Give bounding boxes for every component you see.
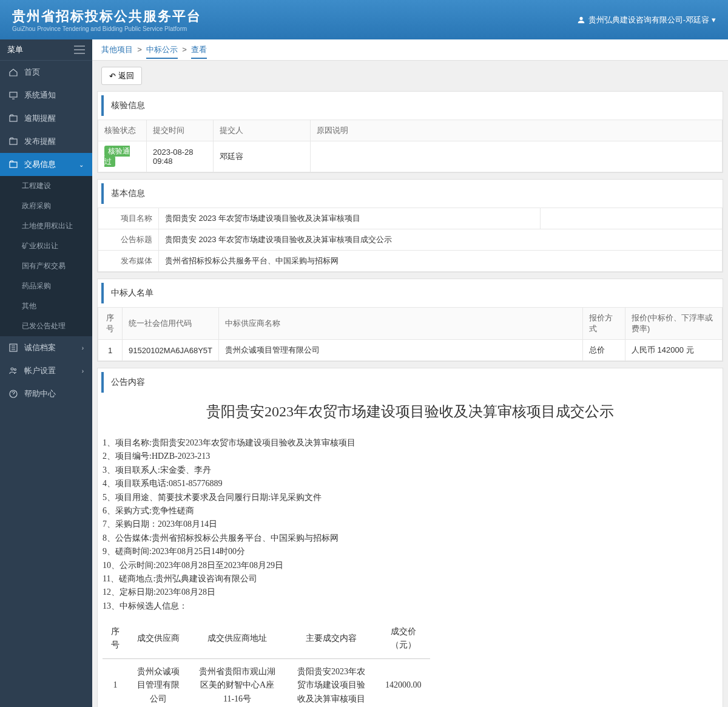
- svg-point-5: [11, 368, 13, 370]
- table-row: 1 91520102MA6JA68Y5T 贵州众诚项目管理有限公司 总价 人民币…: [98, 340, 723, 361]
- sub-mining[interactable]: 矿业权出让: [0, 236, 92, 256]
- breadcrumb: 其他项目 > 中标公示 > 查看: [92, 39, 728, 61]
- folder-icon: [8, 113, 18, 123]
- crumb-bid-notice[interactable]: 中标公示: [146, 45, 178, 59]
- svg-rect-2: [10, 139, 17, 144]
- list-icon: [8, 343, 18, 353]
- caret-down-icon: ▾: [712, 15, 716, 24]
- chevron-down-icon: ⌄: [79, 161, 84, 168]
- monitor-icon: [8, 90, 18, 100]
- nav-account[interactable]: 帐户设置 ›: [0, 359, 92, 382]
- crumb-other[interactable]: 其他项目: [101, 45, 133, 54]
- app-header: 贵州省招标投标公共服务平台 GuiZhou Province Tendering…: [0, 0, 728, 39]
- verify-title: 核验信息: [101, 95, 723, 116]
- sub-drug[interactable]: 药品采购: [0, 276, 92, 296]
- announce-section-title: 公告内容: [101, 372, 723, 393]
- svg-rect-0: [10, 92, 17, 97]
- sub-construction[interactable]: 工程建设: [0, 176, 92, 196]
- table-row: 核验通过 2023-08-28 09:48 邓廷容: [98, 141, 723, 172]
- user-name: 贵州弘典建设咨询有限公司-邓廷容: [588, 15, 709, 25]
- sidebar: 菜单 首页 系统通知 逾期提醒 发布提醒 交易信息 ⌄ 工程建设 政府采购 土地…: [0, 39, 92, 707]
- undo-icon: ↶: [109, 72, 116, 81]
- status-badge: 核验通过: [104, 146, 130, 167]
- nav-notice[interactable]: 系统通知: [0, 84, 92, 107]
- chevron-right-icon: ›: [82, 345, 84, 351]
- verify-table: 核验状态 提交时间 提交人 原因说明 核验通过 2023-08-28 09:48…: [98, 120, 723, 172]
- main-content: 其他项目 > 中标公示 > 查看 ↶ 返回 核验信息 核验状态 提交时间 提交人…: [92, 39, 728, 707]
- announce-body: 1、项目名称:贵阳贵安2023年农贸市场建设项目验收及决算审核项目 2、项目编号…: [98, 430, 723, 707]
- table-row: 1 贵州众诚项目管理有限公司 贵州省贵阳市观山湖区美的财智中心A座11-16号 …: [103, 658, 430, 707]
- folder-icon: [8, 137, 18, 146]
- menu-toggle-icon[interactable]: [74, 46, 85, 54]
- crumb-view[interactable]: 查看: [191, 45, 207, 59]
- sub-published[interactable]: 已发公告处理: [0, 316, 92, 336]
- sub-state-asset[interactable]: 国有产权交易: [0, 256, 92, 276]
- winners-panel: 中标人名单 序号 统一社会信用代码 中标供应商名称 报价方式 报价(中标价、下浮…: [97, 279, 723, 362]
- winners-table: 序号 统一社会信用代码 中标供应商名称 报价方式 报价(中标价、下浮率或费率) …: [98, 307, 723, 361]
- svg-point-6: [15, 369, 16, 371]
- deal-table: 序号 成交供应商 成交供应商地址 主要成交内容 成交价（元） 1 贵州众诚项目管…: [103, 619, 430, 707]
- help-icon: [8, 389, 18, 399]
- basic-title: 基本信息: [101, 183, 723, 204]
- users-icon: [8, 366, 18, 376]
- chevron-right-icon: ›: [82, 368, 84, 374]
- app-subtitle: GuiZhou Province Tendering and Bidding P…: [12, 25, 201, 32]
- folder-icon: [8, 160, 18, 169]
- sub-gov-procure[interactable]: 政府采购: [0, 196, 92, 216]
- nav-trade[interactable]: 交易信息 ⌄: [0, 153, 92, 176]
- announce-panel: 公告内容 贵阳贵安2023年农贸市场建设项目验收及决算审核项目成交公示 1、项目…: [97, 368, 723, 707]
- basic-table: 项目名称 贵阳贵安 2023 年农贸市场建设项目验收及决算审核项目 公告标题 贵…: [98, 208, 723, 272]
- svg-rect-3: [10, 162, 17, 167]
- user-menu[interactable]: 贵州弘典建设咨询有限公司-邓廷容 ▾: [576, 15, 716, 25]
- home-icon: [8, 67, 18, 77]
- app-title: 贵州省招标投标公共服务平台: [12, 7, 201, 25]
- nav-home[interactable]: 首页: [0, 61, 92, 84]
- announce-title: 贵阳贵安2023年农贸市场建设项目验收及决算审核项目成交公示: [98, 393, 723, 430]
- basic-panel: 基本信息 项目名称 贵阳贵安 2023 年农贸市场建设项目验收及决算审核项目 公…: [97, 179, 723, 272]
- svg-rect-1: [10, 116, 17, 121]
- nav-publish[interactable]: 发布提醒: [0, 130, 92, 153]
- nav-sub-trade: 工程建设 政府采购 土地使用权出让 矿业权出让 国有产权交易 药品采购 其他 已…: [0, 176, 92, 336]
- sub-other[interactable]: 其他: [0, 296, 92, 316]
- back-button[interactable]: ↶ 返回: [101, 67, 142, 85]
- nav-overdue[interactable]: 逾期提醒: [0, 107, 92, 130]
- nav-credit[interactable]: 诚信档案 ›: [0, 336, 92, 359]
- winners-title: 中标人名单: [101, 283, 723, 303]
- sub-land[interactable]: 土地使用权出让: [0, 216, 92, 236]
- verify-panel: 核验信息 核验状态 提交时间 提交人 原因说明 核验通过 2023-08-28 …: [97, 91, 723, 173]
- menu-label: 菜单: [7, 44, 23, 55]
- nav-help[interactable]: 帮助中心: [0, 382, 92, 405]
- user-icon: [576, 15, 586, 25]
